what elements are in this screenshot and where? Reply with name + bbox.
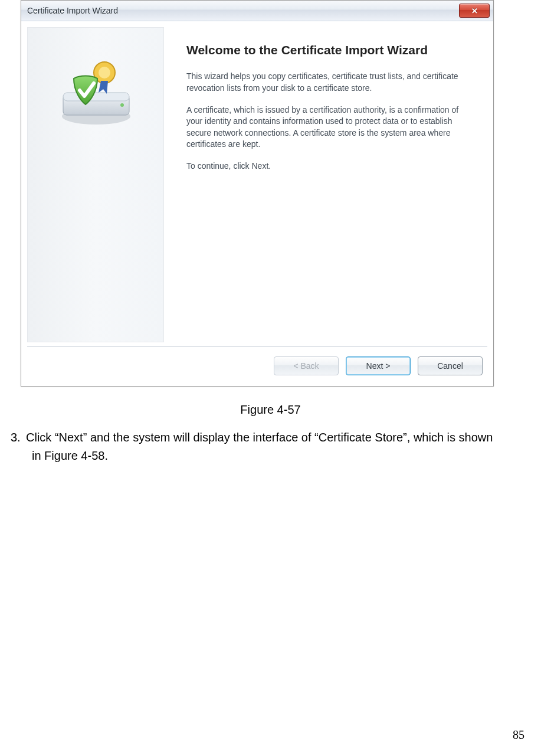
page-number: 85 [513,728,524,742]
cancel-button-label: Cancel [437,361,463,371]
step-number: 3. [11,428,26,447]
svg-rect-2 [63,93,129,101]
back-button[interactable]: < Back [274,356,339,375]
certificate-import-wizard-dialog: Certificate Import Wizard ✕ [21,0,494,387]
back-button-label: < Back [293,361,319,371]
wizard-paragraph-3: To continue, click Next. [186,161,476,172]
dialog-title: Certificate Import Wizard [27,6,118,15]
wizard-side-panel [27,27,164,342]
dialog-titlebar: Certificate Import Wizard ✕ [21,1,493,21]
document-page: Certificate Import Wizard ✕ [0,0,541,756]
wizard-paragraph-1: This wizard helps you copy certificates,… [186,71,476,94]
next-button[interactable]: Next > [346,356,411,375]
certificate-drive-icon [50,51,139,134]
step-text-line1: Click “Next” and the system will display… [26,431,493,444]
wizard-heading: Welcome to the Certificate Import Wizard [186,42,476,58]
close-button[interactable]: ✕ [459,4,490,18]
wizard-content: Welcome to the Certificate Import Wizard… [169,25,493,346]
svg-point-3 [120,103,124,107]
step-line-1: 3.Click “Next” and the system will displ… [11,428,530,447]
figure-caption: Figure 4-57 [6,403,535,417]
dialog-button-row: < Back Next > Cancel [21,347,493,386]
close-icon: ✕ [471,6,478,15]
step-text-line2: in Figure 4-58. [11,447,530,465]
svg-point-5 [99,67,110,78]
wizard-paragraph-2: A certificate, which is issued by a cert… [186,104,476,150]
dialog-body: Welcome to the Certificate Import Wizard… [21,21,493,346]
cancel-button[interactable]: Cancel [418,356,483,375]
next-button-label: Next > [366,361,391,371]
instruction-step-3: 3.Click “Next” and the system will displ… [11,428,530,465]
